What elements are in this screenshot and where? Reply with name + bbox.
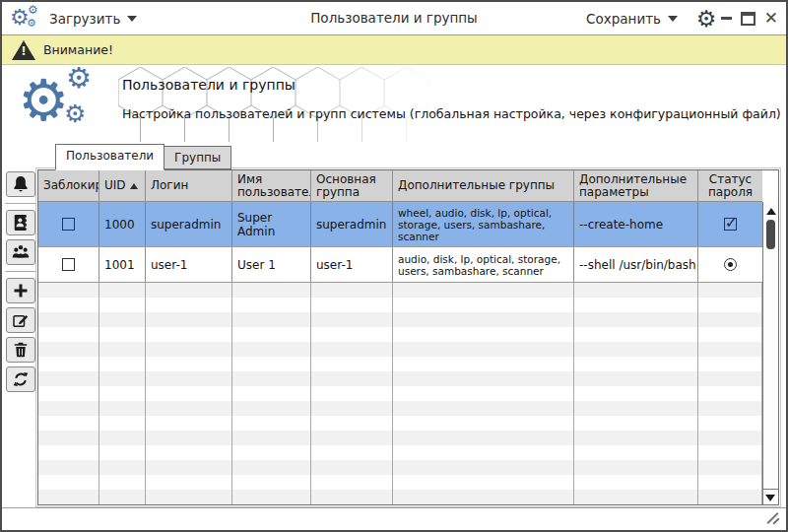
- users-table: Заблокир UID Логин Имя пользователя Осно…: [37, 169, 779, 505]
- table-row[interactable]: 1000 superadmin Super Admin superadmin w…: [38, 202, 762, 247]
- table-empty-row: [38, 342, 762, 357]
- login-cell: superadmin: [146, 202, 232, 246]
- save-label: Сохранить: [586, 11, 661, 27]
- extra-params-cell: --create-home: [574, 202, 698, 246]
- warning-banner: ! Внимание!: [2, 35, 786, 65]
- extra-groups-cell: wheel, audio, disk, lp, optical, storage…: [393, 202, 574, 246]
- window-controls: ✕: [721, 2, 778, 34]
- table-empty-row: [38, 357, 762, 371]
- toolbar-separator: [5, 203, 36, 204]
- column-uid[interactable]: UID: [99, 170, 146, 201]
- load-label: Загрузить: [49, 11, 120, 27]
- column-uid-label: UID: [104, 179, 126, 192]
- name-cell: Super Admin: [232, 202, 311, 246]
- table-header-row: Заблокир UID Логин Имя пользователя Осно…: [38, 170, 762, 202]
- tab-users[interactable]: Пользователи: [55, 144, 164, 170]
- settings-button[interactable]: ⚙: [693, 6, 719, 32]
- table-empty-row: [38, 475, 762, 490]
- column-primary-group[interactable]: Основная группа: [311, 170, 393, 201]
- page-header: ⚙⚙⚙ Пользователи и группы Настройка поль…: [2, 65, 786, 145]
- chevron-down-icon: [668, 16, 678, 22]
- delete-user-button[interactable]: [6, 337, 35, 363]
- resize-grip[interactable]: [764, 511, 780, 525]
- minimize-button[interactable]: [721, 17, 732, 20]
- uid-cell: 1001: [99, 247, 146, 282]
- password-status-radio[interactable]: [724, 258, 737, 271]
- locked-checkbox[interactable]: [62, 218, 75, 231]
- vertical-scrollbar[interactable]: [762, 202, 778, 504]
- titlebar: ⚙⚙⚙ Загрузить Пользователи и группы Сохр…: [2, 2, 786, 35]
- table-empty-row: [38, 431, 762, 445]
- column-password-status[interactable]: Статус пароля: [698, 170, 762, 201]
- gear-icon: ⚙: [696, 6, 717, 32]
- warning-text: Внимание!: [43, 42, 113, 57]
- sort-asc-icon: [130, 183, 138, 189]
- user-card-button[interactable]: [6, 210, 35, 235]
- table-empty-row: [38, 298, 762, 312]
- password-status-checkbox[interactable]: [724, 218, 737, 231]
- close-button[interactable]: ✕: [764, 10, 778, 27]
- side-toolbar: [4, 171, 37, 396]
- status-bar: [2, 507, 786, 530]
- table-empty-row: [38, 401, 762, 416]
- table-empty-row: [38, 460, 762, 475]
- tab-groups[interactable]: Группы: [164, 146, 231, 169]
- uid-cell: 1000: [99, 202, 146, 246]
- warning-icon: !: [12, 40, 35, 60]
- extra-params-cell: --shell /usr/bin/bash: [574, 247, 698, 282]
- module-gears-icon: ⚙⚙⚙: [18, 71, 116, 138]
- app-gears-icon: ⚙⚙⚙: [10, 5, 43, 33]
- user-group-icon: [11, 242, 31, 262]
- table-empty-rows: [38, 283, 778, 504]
- group-button[interactable]: [6, 239, 35, 265]
- toolbar-separator: [5, 271, 36, 272]
- table-row[interactable]: 1001 user-1 User 1 user-1 audio, disk, l…: [38, 247, 762, 283]
- plus-icon: [11, 281, 31, 300]
- table-empty-row: [38, 283, 762, 298]
- address-book-icon: [11, 213, 31, 233]
- edit-icon: [11, 310, 31, 330]
- add-user-button[interactable]: [6, 278, 35, 303]
- column-extra-params[interactable]: Дополнительные параметры: [574, 170, 698, 201]
- maximize-button[interactable]: [741, 12, 755, 26]
- scrollbar-thumb[interactable]: [766, 220, 775, 249]
- primary-group-cell: superadmin: [311, 202, 393, 246]
- primary-group-cell: user-1: [311, 247, 393, 282]
- table-empty-row: [38, 371, 762, 386]
- table-empty-row: [38, 445, 762, 460]
- refresh-button[interactable]: [6, 366, 35, 392]
- column-login[interactable]: Логин: [146, 170, 232, 201]
- table-empty-row: [38, 416, 762, 431]
- scroll-down-icon: [765, 495, 775, 501]
- refresh-icon: [11, 369, 31, 389]
- column-locked[interactable]: Заблокир: [38, 170, 99, 201]
- chevron-down-icon: [127, 16, 137, 22]
- column-name[interactable]: Имя пользователя: [232, 170, 311, 201]
- notifications-button[interactable]: [6, 171, 35, 197]
- save-dropdown-button[interactable]: Сохранить: [586, 2, 678, 34]
- tab-bar: Пользователи Группы: [55, 145, 231, 170]
- scroll-down-button[interactable]: [763, 489, 778, 504]
- login-cell: user-1: [146, 247, 232, 282]
- table-empty-row: [38, 386, 762, 401]
- locked-checkbox[interactable]: [62, 258, 75, 271]
- table-empty-row: [38, 327, 762, 342]
- name-cell: User 1: [232, 247, 311, 282]
- table-empty-row: [38, 490, 762, 504]
- scroll-up-icon[interactable]: [766, 208, 776, 215]
- trash-icon: [11, 340, 31, 360]
- page-title: Пользователи и группы: [122, 77, 776, 93]
- column-extra-groups[interactable]: Дополнительные группы: [393, 170, 574, 201]
- extra-groups-cell: audio, disk, lp, optical, storage, users…: [393, 247, 574, 282]
- load-dropdown-button[interactable]: Загрузить: [49, 2, 137, 34]
- bell-icon: [11, 174, 31, 194]
- edit-user-button[interactable]: [6, 307, 35, 333]
- page-subtitle: Настройка пользователей и групп системы …: [122, 106, 776, 121]
- app-window: ⚙⚙⚙ Загрузить Пользователи и группы Сохр…: [0, 0, 788, 532]
- table-empty-row: [38, 312, 762, 327]
